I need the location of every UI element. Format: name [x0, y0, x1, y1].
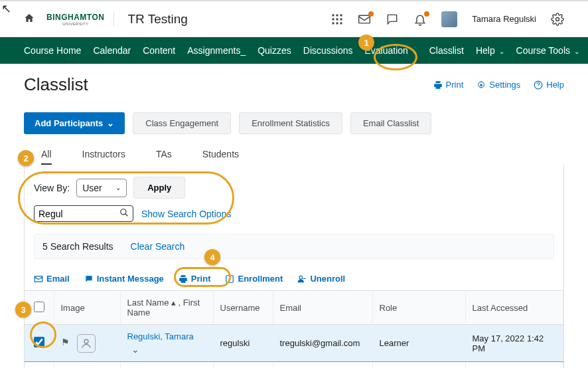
col-role[interactable]: Role: [372, 291, 465, 325]
select-all-checkbox[interactable]: [34, 302, 44, 312]
search-icon[interactable]: [119, 208, 129, 219]
class-engagement-button[interactable]: Class Engagement: [133, 112, 231, 134]
nav-content[interactable]: Content: [143, 45, 175, 56]
chevron-down-icon: ⌄: [115, 184, 121, 191]
cell-email: tregulski@gmail.com: [273, 325, 372, 362]
chevron-down-icon: ⌄: [574, 48, 579, 55]
svg-rect-3: [332, 18, 334, 20]
classlist-tabs: All Instructors TAs Students: [24, 149, 564, 165]
svg-point-16: [84, 339, 88, 343]
home-icon[interactable]: [24, 13, 35, 26]
svg-rect-2: [340, 14, 342, 16]
view-by-select[interactable]: User⌄: [76, 179, 127, 197]
enrollment-statistics-button[interactable]: Enrollment Statistics: [239, 112, 342, 134]
help-link[interactable]: Help: [534, 80, 564, 90]
clear-search-link[interactable]: Clear Search: [131, 241, 185, 252]
bulk-email[interactable]: Email: [34, 274, 70, 284]
settings-link[interactable]: Settings: [477, 80, 520, 90]
nav-discussions[interactable]: Discussions: [303, 45, 353, 56]
bell-icon[interactable]: [413, 13, 427, 26]
table-row: ⚑ Regulski, Tamara ⌄ regulski tregulski@…: [25, 325, 563, 362]
row-checkbox[interactable]: [34, 337, 44, 347]
nav-quizzes[interactable]: Quizzes: [257, 45, 291, 56]
add-participants-button[interactable]: Add Participants ⌄: [24, 112, 125, 134]
nav-assignments[interactable]: Assignments_: [187, 45, 246, 56]
col-email[interactable]: Email: [273, 291, 372, 325]
svg-rect-5: [340, 18, 342, 20]
search-input[interactable]: [38, 209, 119, 219]
search-field[interactable]: [34, 205, 133, 222]
nav-course-tools[interactable]: Course Tools ⌄: [516, 45, 579, 56]
svg-rect-8: [340, 22, 342, 24]
institution-logo[interactable]: BINGHAMTON UNIVERSITY: [46, 13, 114, 26]
cell-last-accessed: May 17, 2022 1:42 PM: [465, 325, 563, 362]
cell-username: [213, 362, 273, 369]
user-menu-caret[interactable]: ⌄: [131, 344, 206, 355]
col-name[interactable]: Last Name ▴ , First Name: [120, 291, 213, 325]
print-link[interactable]: Print: [433, 80, 464, 90]
bulk-print[interactable]: Print: [179, 274, 211, 284]
app-switcher-icon[interactable]: [331, 13, 343, 25]
nav-evaluation[interactable]: Evaluation ⌄: [364, 45, 417, 56]
svg-rect-1: [336, 14, 338, 16]
user-name-link[interactable]: Regulski, Tamara: [127, 331, 194, 341]
page-content: Classlist Print Settings Help Add Partic…: [0, 64, 588, 368]
show-search-options-link[interactable]: Show Search Options: [141, 209, 231, 219]
bulk-unenroll[interactable]: Unenroll: [297, 274, 345, 284]
email-classlist-button[interactable]: Email Classlist: [350, 112, 432, 134]
cell-email: [273, 362, 372, 369]
logo-subtitle: UNIVERSITY: [62, 22, 88, 26]
nav-course-home[interactable]: Course Home: [24, 45, 81, 56]
cell-role: Learner: [372, 325, 465, 362]
tab-instructors[interactable]: Instructors: [82, 149, 125, 165]
list-panel: View By: User⌄ Apply Show Search Options…: [24, 165, 564, 368]
chevron-down-icon: ⌄: [499, 48, 504, 55]
svg-point-15: [299, 276, 303, 279]
notification-dot: [368, 11, 374, 17]
chevron-down-icon: ⌄: [412, 48, 417, 55]
top-bar: BINGHAMTON UNIVERSITY TR Testing Tamara …: [0, 0, 588, 37]
svg-point-13: [121, 209, 126, 215]
svg-rect-7: [336, 22, 338, 24]
svg-rect-9: [359, 15, 370, 23]
svg-rect-0: [332, 14, 334, 16]
search-results-bar: 5 Search Results Clear Search: [34, 234, 554, 259]
table-row: Student 1,: [25, 362, 563, 369]
chat-icon[interactable]: [386, 13, 399, 26]
chevron-down-icon: ⌄: [107, 118, 114, 128]
messages-icon[interactable]: [358, 13, 371, 26]
user-name[interactable]: Tamara Regulski: [472, 14, 536, 24]
page-title: Classlist: [24, 74, 433, 95]
svg-point-10: [556, 17, 559, 21]
bulk-instant-message[interactable]: Instant Message: [84, 274, 164, 284]
svg-rect-4: [336, 18, 338, 20]
nav-calendar[interactable]: Calendar: [93, 45, 131, 56]
svg-point-11: [480, 84, 483, 86]
bulk-enrollment[interactable]: Enrollment: [225, 274, 283, 284]
bulk-actions: Email Instant Message Print Enrollment U…: [25, 264, 563, 290]
cell-role: [372, 362, 465, 369]
results-count: 5 Search Results: [42, 241, 113, 252]
tab-tas[interactable]: TAs: [156, 149, 172, 165]
col-image[interactable]: Image: [54, 291, 120, 325]
classlist-table: Image Last Name ▴ , First Name Username …: [25, 290, 563, 368]
nav-help[interactable]: Help ⌄: [476, 45, 504, 56]
tab-students[interactable]: Students: [202, 149, 239, 165]
cell-username: regulski: [213, 325, 273, 362]
notification-dot: [424, 11, 429, 17]
gear-icon[interactable]: [551, 13, 564, 26]
flag-icon[interactable]: ⚑: [61, 337, 70, 347]
logo-name: BINGHAMTON: [46, 13, 104, 22]
svg-rect-6: [332, 22, 334, 24]
col-last-accessed[interactable]: Last Accessed: [465, 291, 563, 325]
avatar[interactable]: [441, 11, 457, 27]
course-title: TR Testing: [127, 12, 187, 27]
tab-all[interactable]: All: [41, 149, 52, 165]
nav-classlist[interactable]: Classlist: [429, 45, 464, 56]
top-icons: Tamara Regulski: [331, 11, 564, 27]
view-by-label: View By:: [34, 183, 70, 193]
col-username[interactable]: Username: [213, 291, 273, 325]
cell-last-accessed: [465, 362, 563, 369]
apply-button[interactable]: Apply: [133, 177, 185, 199]
profile-image[interactable]: [77, 334, 96, 353]
